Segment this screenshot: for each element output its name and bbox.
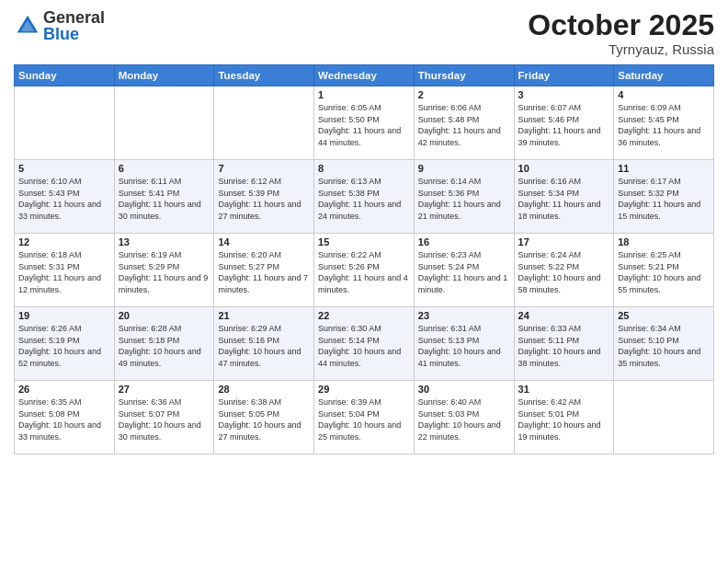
day-cell: 27Sunrise: 6:36 AMSunset: 5:07 PMDayligh…: [114, 381, 214, 454]
day-cell: 11Sunrise: 6:17 AMSunset: 5:32 PMDayligh…: [614, 160, 714, 234]
day-number: 7: [218, 163, 310, 174]
day-info: Sunrise: 6:22 AMSunset: 5:26 PMDaylight:…: [318, 249, 410, 295]
day-number: 1: [318, 89, 410, 100]
day-number: 8: [318, 163, 410, 174]
day-number: 3: [518, 89, 610, 100]
day-cell: 29Sunrise: 6:39 AMSunset: 5:04 PMDayligh…: [314, 381, 415, 454]
day-number: 15: [318, 236, 410, 247]
day-cell: 15Sunrise: 6:22 AMSunset: 5:26 PMDayligh…: [314, 234, 415, 307]
day-number: 6: [119, 163, 210, 174]
calendar-table: Sunday Monday Tuesday Wednesday Thursday…: [14, 64, 714, 454]
logo-general-text: General: [43, 8, 105, 27]
day-cell: 3Sunrise: 6:07 AMSunset: 5:46 PMDaylight…: [514, 86, 614, 160]
day-cell: 24Sunrise: 6:33 AMSunset: 5:11 PMDayligh…: [514, 307, 614, 381]
day-cell: [214, 86, 314, 160]
week-row-4: 19Sunrise: 6:26 AMSunset: 5:19 PMDayligh…: [15, 307, 714, 381]
day-info: Sunrise: 6:11 AMSunset: 5:41 PMDaylight:…: [119, 176, 210, 222]
day-info: Sunrise: 6:25 AMSunset: 5:21 PMDaylight:…: [618, 249, 710, 295]
day-cell: 31Sunrise: 6:42 AMSunset: 5:01 PMDayligh…: [514, 381, 614, 454]
day-info: Sunrise: 6:23 AMSunset: 5:24 PMDaylight:…: [418, 249, 510, 295]
col-friday: Friday: [514, 65, 614, 86]
day-info: Sunrise: 6:10 AMSunset: 5:43 PMDaylight:…: [18, 176, 110, 222]
calendar-container: General Blue October 2025 Tyrnyauz, Russ…: [0, 0, 728, 563]
day-number: 20: [119, 310, 210, 321]
day-number: 19: [18, 310, 110, 321]
day-cell: 20Sunrise: 6:28 AMSunset: 5:18 PMDayligh…: [114, 307, 214, 381]
day-number: 21: [218, 310, 310, 321]
day-info: Sunrise: 6:24 AMSunset: 5:22 PMDaylight:…: [518, 249, 610, 295]
day-info: Sunrise: 6:31 AMSunset: 5:13 PMDaylight:…: [418, 323, 510, 369]
day-cell: 17Sunrise: 6:24 AMSunset: 5:22 PMDayligh…: [514, 234, 614, 307]
day-number: 24: [518, 310, 610, 321]
day-number: 5: [18, 163, 110, 174]
title-block: October 2025 Tyrnyauz, Russia: [528, 9, 714, 57]
day-cell: 30Sunrise: 6:40 AMSunset: 5:03 PMDayligh…: [414, 381, 514, 454]
day-info: Sunrise: 6:05 AMSunset: 5:50 PMDaylight:…: [318, 102, 410, 148]
day-cell: 9Sunrise: 6:14 AMSunset: 5:36 PMDaylight…: [414, 160, 514, 234]
week-row-2: 5Sunrise: 6:10 AMSunset: 5:43 PMDaylight…: [15, 160, 714, 234]
day-info: Sunrise: 6:28 AMSunset: 5:18 PMDaylight:…: [119, 323, 210, 369]
day-info: Sunrise: 6:09 AMSunset: 5:45 PMDaylight:…: [618, 102, 710, 148]
day-cell: 1Sunrise: 6:05 AMSunset: 5:50 PMDaylight…: [314, 86, 415, 160]
day-number: 12: [18, 236, 110, 247]
week-row-1: 1Sunrise: 6:05 AMSunset: 5:50 PMDaylight…: [15, 86, 714, 160]
day-cell: 26Sunrise: 6:35 AMSunset: 5:08 PMDayligh…: [15, 381, 115, 454]
day-number: 22: [318, 310, 410, 321]
day-info: Sunrise: 6:30 AMSunset: 5:14 PMDaylight:…: [318, 323, 410, 369]
day-cell: 14Sunrise: 6:20 AMSunset: 5:27 PMDayligh…: [214, 234, 314, 307]
logo-icon: [14, 12, 41, 40]
col-tuesday: Tuesday: [214, 65, 314, 86]
month-title: October 2025: [528, 9, 714, 41]
day-cell: 23Sunrise: 6:31 AMSunset: 5:13 PMDayligh…: [414, 307, 514, 381]
col-wednesday: Wednesday: [314, 65, 415, 86]
day-info: Sunrise: 6:16 AMSunset: 5:34 PMDaylight:…: [518, 176, 610, 222]
day-info: Sunrise: 6:38 AMSunset: 5:05 PMDaylight:…: [218, 396, 310, 442]
day-number: 9: [418, 163, 510, 174]
day-info: Sunrise: 6:26 AMSunset: 5:19 PMDaylight:…: [18, 323, 110, 369]
day-number: 29: [318, 384, 410, 395]
day-info: Sunrise: 6:42 AMSunset: 5:01 PMDaylight:…: [518, 396, 610, 442]
day-number: 17: [518, 236, 610, 247]
day-info: Sunrise: 6:17 AMSunset: 5:32 PMDaylight:…: [618, 176, 710, 222]
day-cell: [15, 86, 115, 160]
col-saturday: Saturday: [614, 65, 714, 86]
day-cell: 16Sunrise: 6:23 AMSunset: 5:24 PMDayligh…: [414, 234, 514, 307]
day-info: Sunrise: 6:12 AMSunset: 5:39 PMDaylight:…: [218, 176, 310, 222]
day-cell: 21Sunrise: 6:29 AMSunset: 5:16 PMDayligh…: [214, 307, 314, 381]
header: General Blue October 2025 Tyrnyauz, Russ…: [14, 9, 714, 57]
col-monday: Monday: [114, 65, 214, 86]
day-info: Sunrise: 6:18 AMSunset: 5:31 PMDaylight:…: [18, 249, 110, 295]
day-info: Sunrise: 6:39 AMSunset: 5:04 PMDaylight:…: [318, 396, 410, 442]
day-cell: [114, 86, 214, 160]
day-info: Sunrise: 6:33 AMSunset: 5:11 PMDaylight:…: [518, 323, 610, 369]
day-number: 18: [618, 236, 710, 247]
day-cell: 19Sunrise: 6:26 AMSunset: 5:19 PMDayligh…: [15, 307, 115, 381]
day-cell: [614, 381, 714, 454]
day-cell: 22Sunrise: 6:30 AMSunset: 5:14 PMDayligh…: [314, 307, 415, 381]
week-row-3: 12Sunrise: 6:18 AMSunset: 5:31 PMDayligh…: [15, 234, 714, 307]
day-number: 27: [119, 384, 210, 395]
day-info: Sunrise: 6:40 AMSunset: 5:03 PMDaylight:…: [418, 396, 510, 442]
header-row: Sunday Monday Tuesday Wednesday Thursday…: [15, 65, 714, 86]
logo-blue-text: Blue: [43, 25, 79, 43]
day-number: 31: [518, 384, 610, 395]
day-info: Sunrise: 6:06 AMSunset: 5:48 PMDaylight:…: [418, 102, 510, 148]
day-cell: 8Sunrise: 6:13 AMSunset: 5:38 PMDaylight…: [314, 160, 415, 234]
day-cell: 10Sunrise: 6:16 AMSunset: 5:34 PMDayligh…: [514, 160, 614, 234]
day-number: 23: [418, 310, 510, 321]
day-cell: 7Sunrise: 6:12 AMSunset: 5:39 PMDaylight…: [214, 160, 314, 234]
day-cell: 6Sunrise: 6:11 AMSunset: 5:41 PMDaylight…: [114, 160, 214, 234]
day-cell: 13Sunrise: 6:19 AMSunset: 5:29 PMDayligh…: [114, 234, 214, 307]
day-number: 14: [218, 236, 310, 247]
day-info: Sunrise: 6:20 AMSunset: 5:27 PMDaylight:…: [218, 249, 310, 295]
day-cell: 5Sunrise: 6:10 AMSunset: 5:43 PMDaylight…: [15, 160, 115, 234]
day-info: Sunrise: 6:19 AMSunset: 5:29 PMDaylight:…: [119, 249, 210, 295]
day-number: 25: [618, 310, 710, 321]
day-cell: 28Sunrise: 6:38 AMSunset: 5:05 PMDayligh…: [214, 381, 314, 454]
day-cell: 2Sunrise: 6:06 AMSunset: 5:48 PMDaylight…: [414, 86, 514, 160]
day-number: 13: [119, 236, 210, 247]
day-cell: 4Sunrise: 6:09 AMSunset: 5:45 PMDaylight…: [614, 86, 714, 160]
day-number: 26: [18, 384, 110, 395]
location-title: Tyrnyauz, Russia: [528, 41, 714, 57]
day-number: 30: [418, 384, 510, 395]
